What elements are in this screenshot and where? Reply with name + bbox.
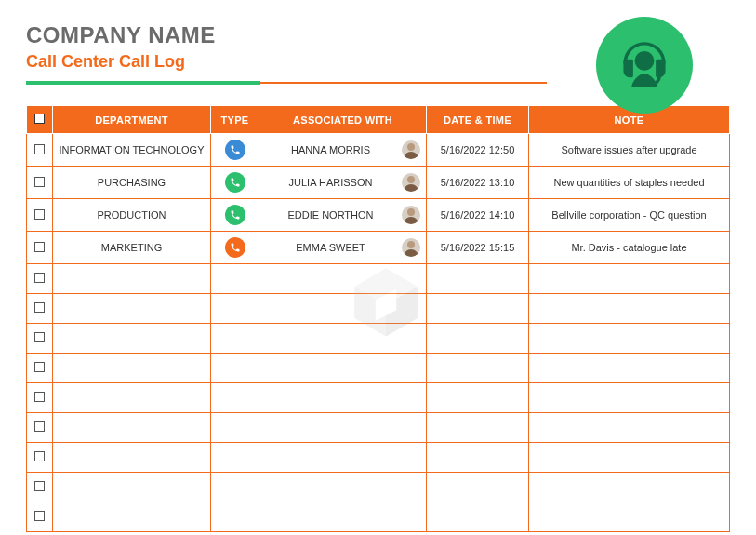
headset-agent-icon <box>610 31 679 100</box>
cell-datetime <box>427 502 529 532</box>
row-checkbox[interactable] <box>34 242 45 252</box>
cell-associated <box>259 324 427 354</box>
col-department: DEPARTMENT <box>53 106 211 134</box>
cell-department: PURCHASING <box>53 167 211 199</box>
svg-point-0 <box>635 51 655 71</box>
avatar <box>402 238 420 257</box>
cell-associated: EMMA SWEET <box>259 232 427 264</box>
cell-type <box>211 502 259 532</box>
cell-type <box>211 473 259 502</box>
cell-type <box>211 354 259 383</box>
svg-point-1 <box>643 82 648 87</box>
checkbox-all[interactable] <box>34 114 45 124</box>
table-row: INFORMATION TECHNOLOGYHANNA MORRIS5/16/2… <box>27 134 730 167</box>
table-row <box>27 264 730 294</box>
table-header-row: DEPARTMENT TYPE ASSOCIATED WITH DATE & T… <box>27 106 730 134</box>
avatar <box>402 173 420 192</box>
row-checkbox[interactable] <box>34 302 45 313</box>
row-checkbox[interactable] <box>34 332 45 342</box>
table-row <box>27 324 730 354</box>
cell-note: Software issues after upgrade <box>529 134 730 167</box>
cell-department <box>53 502 211 532</box>
cell-department <box>53 383 211 413</box>
avatar <box>402 140 420 159</box>
cell-datetime <box>427 473 529 502</box>
cell-associated: EDDIE NORTHON <box>259 199 427 232</box>
cell-note <box>529 324 730 354</box>
cell-department <box>53 294 211 324</box>
cell-type <box>211 294 259 324</box>
row-checkbox[interactable] <box>34 481 45 491</box>
cell-type <box>211 199 259 232</box>
cell-associated <box>259 354 427 383</box>
cell-associated <box>259 502 427 532</box>
cell-associated <box>259 264 427 294</box>
header: COMPANY NAME Call Center Call Log <box>26 22 730 85</box>
cell-associated <box>259 443 427 473</box>
cell-type <box>211 443 259 473</box>
header-underline <box>26 81 547 85</box>
cell-department <box>53 324 211 354</box>
cell-note <box>529 294 730 324</box>
cell-department: INFORMATION TECHNOLOGY <box>53 134 211 167</box>
cell-datetime <box>427 443 529 473</box>
col-associated: ASSOCIATED WITH <box>259 106 427 134</box>
cell-note <box>529 264 730 294</box>
cell-department <box>53 264 211 294</box>
svg-point-3 <box>407 176 415 183</box>
cell-datetime <box>427 413 529 443</box>
table-row <box>27 473 730 502</box>
row-checkbox[interactable] <box>34 511 45 521</box>
cell-note: Mr. Davis - catalogue late <box>529 232 730 264</box>
svg-point-4 <box>407 208 415 216</box>
cell-associated <box>259 383 427 413</box>
col-checkbox <box>27 106 53 134</box>
cell-datetime <box>427 294 529 324</box>
logo-circle <box>596 17 693 114</box>
table-row <box>27 294 730 324</box>
row-checkbox[interactable] <box>34 362 45 372</box>
cell-associated <box>259 294 427 324</box>
cell-type <box>211 324 259 354</box>
cell-associated: HANNA MORRIS <box>259 134 427 167</box>
row-checkbox[interactable] <box>34 273 45 283</box>
cell-associated <box>259 473 427 502</box>
cell-associated: JULIA HARISSON <box>259 167 427 199</box>
phone-icon <box>225 172 245 193</box>
row-checkbox[interactable] <box>34 209 45 220</box>
row-checkbox[interactable] <box>34 144 45 154</box>
cell-type <box>211 167 259 199</box>
cell-department <box>53 473 211 502</box>
cell-datetime: 5/16/2022 15:15 <box>427 232 529 264</box>
cell-type <box>211 413 259 443</box>
row-checkbox[interactable] <box>34 451 45 461</box>
cell-datetime <box>427 324 529 354</box>
avatar <box>402 206 420 224</box>
svg-point-2 <box>407 143 415 151</box>
cell-type <box>211 232 259 264</box>
table-row: MARKETINGEMMA SWEET5/16/2022 15:15Mr. Da… <box>27 232 730 264</box>
cell-note <box>529 383 730 413</box>
row-checkbox[interactable] <box>34 421 45 432</box>
call-log-table: DEPARTMENT TYPE ASSOCIATED WITH DATE & T… <box>26 105 730 532</box>
cell-datetime: 5/16/2022 13:10 <box>427 167 529 199</box>
cell-note <box>529 354 730 383</box>
cell-note <box>529 502 730 532</box>
row-checkbox[interactable] <box>34 392 45 402</box>
col-datetime: DATE & TIME <box>427 106 529 134</box>
cell-datetime: 5/16/2022 14:10 <box>427 199 529 232</box>
cell-department <box>53 413 211 443</box>
table-row <box>27 443 730 473</box>
cell-type <box>211 264 259 294</box>
table-row <box>27 383 730 413</box>
cell-datetime: 5/16/2022 12:50 <box>427 134 529 167</box>
cell-associated <box>259 413 427 443</box>
table-row <box>27 502 730 532</box>
col-type: TYPE <box>211 106 259 134</box>
row-checkbox[interactable] <box>34 177 45 187</box>
phone-icon <box>225 205 245 225</box>
cell-type <box>211 383 259 413</box>
table-row: PRODUCTIONEDDIE NORTHON5/16/2022 14:10Be… <box>27 199 730 232</box>
cell-note <box>529 413 730 443</box>
table-row: PURCHASINGJULIA HARISSON5/16/2022 13:10N… <box>27 167 730 199</box>
